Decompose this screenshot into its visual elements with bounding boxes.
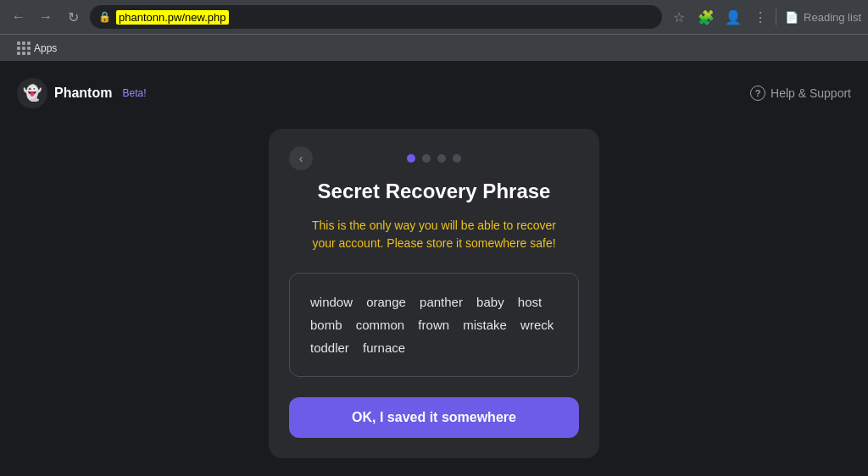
star-button[interactable]: ☆ xyxy=(667,5,691,29)
phantom-beta: Beta! xyxy=(122,87,146,99)
phrase-box: window orange panther baby host bomb com… xyxy=(289,273,579,377)
reading-list-label: Reading list xyxy=(804,11,861,24)
nav-buttons: ← → ↻ xyxy=(7,5,85,29)
apps-label: Apps xyxy=(34,42,57,54)
page-content: 👻 Phantom Beta! ? Help & Support ‹ Secre… xyxy=(0,61,868,476)
card-nav: ‹ xyxy=(289,154,579,163)
dot-3 xyxy=(437,154,446,163)
phantom-icon: 👻 xyxy=(17,78,47,108)
reading-list-icon: 📄 xyxy=(785,11,798,24)
phantom-name: Phantom xyxy=(54,86,112,101)
help-label: Help & Support xyxy=(771,86,851,100)
phantom-logo: 👻 Phantom Beta! xyxy=(17,78,146,108)
reading-list-area: 📄 Reading list xyxy=(776,8,861,25)
apps-bookmark[interactable]: Apps xyxy=(10,38,64,58)
lock-icon: 🔒 xyxy=(98,11,111,23)
card-title: Secret Recovery Phrase xyxy=(289,180,579,203)
card-back-button[interactable]: ‹ xyxy=(289,147,313,170)
extensions-button[interactable]: 🧩 xyxy=(694,5,718,29)
reload-button[interactable]: ↻ xyxy=(61,5,85,29)
forward-button[interactable]: → xyxy=(34,5,58,29)
back-button[interactable]: ← xyxy=(7,5,31,29)
bookmarks-bar: Apps xyxy=(0,34,868,61)
dot-4 xyxy=(453,154,461,163)
help-icon: ? xyxy=(750,86,765,101)
pagination-dots xyxy=(407,154,461,163)
menu-button[interactable]: ⋮ xyxy=(748,5,772,29)
dot-2 xyxy=(422,154,431,163)
dot-1 xyxy=(407,154,415,163)
ok-saved-button[interactable]: OK, I saved it somewhere xyxy=(289,397,579,438)
address-bar[interactable]: 🔒 phantonn.pw/new.php xyxy=(90,5,662,29)
page-header: 👻 Phantom Beta! ? Help & Support xyxy=(17,78,851,108)
browser-chrome: ← → ↻ 🔒 phantonn.pw/new.php ☆ 🧩 👤 ⋮ 📄 Re… xyxy=(0,0,868,61)
url-text: phantonn.pw/new.php xyxy=(116,10,229,25)
browser-toolbar: ← → ↻ 🔒 phantonn.pw/new.php ☆ 🧩 👤 ⋮ 📄 Re… xyxy=(0,0,868,34)
profile-button[interactable]: 👤 xyxy=(721,5,745,29)
apps-grid-icon xyxy=(17,42,31,55)
toolbar-right: ☆ 🧩 👤 ⋮ 📄 Reading list xyxy=(667,5,861,29)
help-support-link[interactable]: ? Help & Support xyxy=(750,86,851,101)
warning-text: This is the only way you will be able to… xyxy=(289,217,579,252)
recovery-phrase-card: ‹ Secret Recovery Phrase This is the onl… xyxy=(269,129,599,458)
